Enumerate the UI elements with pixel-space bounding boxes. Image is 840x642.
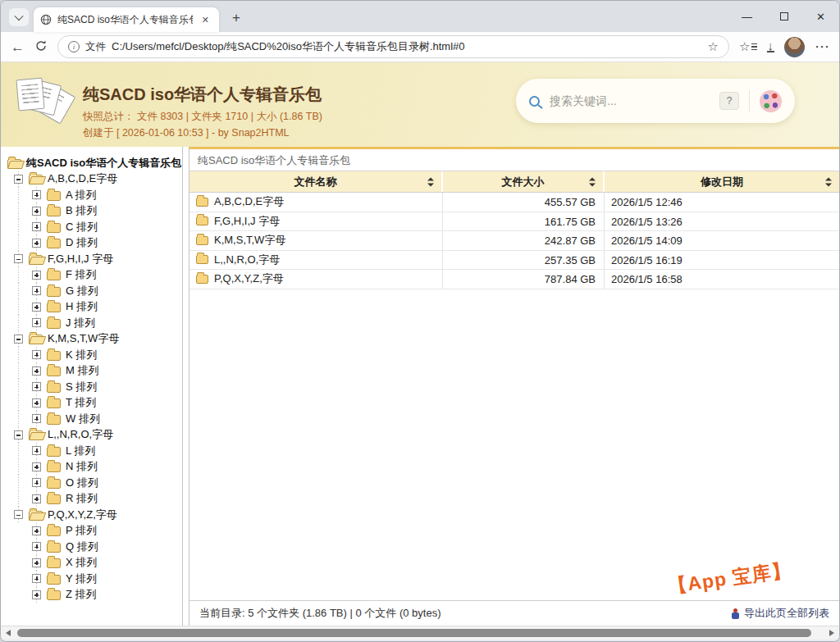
reload-button[interactable]	[34, 39, 48, 55]
tree-item[interactable]: A,B,C,D,E字母	[1, 171, 182, 188]
collapse-icon[interactable]	[14, 254, 23, 263]
theme-palette-icon[interactable]	[760, 90, 782, 112]
expand-icon[interactable]	[32, 542, 41, 551]
tree-root-item[interactable]: 纯SACD iso华语个人专辑音乐包	[1, 155, 182, 171]
file-name-cell[interactable]: P,Q,X,Y,Z,字母	[189, 270, 443, 289]
file-name-cell[interactable]: L,,N,R,O,字母	[189, 251, 443, 270]
table-row[interactable]: A,B,C,D,E字母455.57 GB2026/1/5 12:46	[189, 193, 839, 212]
more-menu-button[interactable]: ⋯	[815, 38, 829, 56]
tree-item[interactable]: Q 排列	[1, 539, 182, 555]
tab-search-button[interactable]	[9, 8, 29, 26]
tree-item[interactable]: A 排列	[1, 187, 182, 203]
expand-icon[interactable]	[32, 207, 41, 216]
expand-icon[interactable]	[32, 590, 41, 599]
profile-avatar[interactable]	[784, 37, 805, 57]
tree-item[interactable]: T 排列	[1, 395, 182, 412]
url-text[interactable]: C:/Users/mefcl/Desktop/纯SACD%20iso华语个人专辑…	[112, 39, 702, 54]
tree-item[interactable]: J 排列	[1, 315, 182, 331]
tree-item[interactable]: D 排列	[1, 235, 182, 252]
tree-item[interactable]: H 排列	[1, 299, 182, 316]
tree-item[interactable]: B 排列	[1, 203, 182, 220]
expand-icon[interactable]	[32, 271, 41, 280]
tree-item[interactable]: P,Q,X,Y,Z,字母	[1, 507, 182, 523]
new-tab-button[interactable]: +	[226, 7, 247, 29]
collapse-icon[interactable]	[14, 175, 23, 184]
file-name-cell[interactable]: A,B,C,D,E字母	[189, 193, 443, 212]
column-header-name[interactable]: 文件名称	[189, 171, 443, 192]
browser-tab[interactable]: 纯SACD iso华语个人专辑音乐包 ✕	[34, 7, 219, 32]
horizontal-scrollbar-thumb[interactable]	[17, 629, 811, 637]
tree-item[interactable]: L 排列	[1, 443, 182, 459]
tree-item[interactable]: X 排列	[1, 555, 182, 571]
tree-item[interactable]: L,,N,R,O,字母	[1, 427, 182, 444]
tree-item[interactable]: F 排列	[1, 267, 182, 284]
search-help-button[interactable]: ?	[719, 92, 739, 110]
search-icon[interactable]	[529, 96, 540, 107]
close-button[interactable]: ✕	[802, 1, 839, 32]
expand-icon[interactable]	[32, 367, 41, 376]
collapse-icon[interactable]	[14, 430, 23, 439]
back-button[interactable]: ←	[11, 40, 25, 54]
minimize-button[interactable]: —	[728, 1, 765, 32]
table-row[interactable]: L,,N,R,O,字母257.35 GB2026/1/5 16:19	[189, 251, 839, 271]
file-name-cell[interactable]: K,M,S,T,W字母	[189, 231, 443, 250]
favorite-star-icon[interactable]: ☆	[708, 39, 719, 54]
browser-window: 纯SACD iso华语个人专辑音乐包 ✕ + — ✕ ← i 文件 C:/Use…	[0, 0, 840, 642]
tree-item[interactable]: R 排列	[1, 491, 182, 508]
tree-item[interactable]: O 排列	[1, 475, 182, 491]
sort-icon[interactable]	[427, 177, 434, 186]
collections-button[interactable]: ☆	[739, 39, 756, 54]
column-header-size[interactable]: 文件大小	[443, 171, 605, 192]
tab-close-icon[interactable]: ✕	[199, 13, 212, 27]
maximize-button[interactable]	[765, 1, 802, 32]
expand-icon[interactable]	[32, 494, 41, 503]
tree-item[interactable]: G 排列	[1, 283, 182, 299]
expand-icon[interactable]	[32, 398, 41, 408]
tree-item[interactable]: Z 排列	[1, 587, 182, 603]
expand-icon[interactable]	[32, 446, 41, 455]
tree-item[interactable]: S 排列	[1, 379, 182, 395]
sort-icon[interactable]	[589, 177, 596, 186]
tree-item[interactable]: W 排列	[1, 411, 182, 427]
tree-item-label: M 排列	[66, 363, 98, 378]
column-header-date[interactable]: 修改日期	[605, 171, 839, 192]
expand-icon[interactable]	[32, 239, 41, 248]
table-row[interactable]: P,Q,X,Y,Z,字母787.84 GB2026/1/5 16:58	[189, 270, 839, 289]
tree-item[interactable]: P 排列	[1, 523, 182, 540]
tree-item[interactable]: N 排列	[1, 459, 182, 476]
expand-icon[interactable]	[32, 286, 41, 295]
expand-icon[interactable]	[32, 318, 41, 327]
tree-item[interactable]: C 排列	[1, 219, 182, 235]
collapse-icon[interactable]	[14, 510, 23, 519]
breadcrumb[interactable]: 纯SACD iso华语个人专辑音乐包	[189, 149, 839, 171]
search-input[interactable]	[550, 94, 719, 107]
table-row[interactable]: F,G,H,I,J 字母161.75 GB2026/1/5 13:26	[189, 212, 839, 232]
expand-icon[interactable]	[32, 414, 41, 423]
sort-icon[interactable]	[825, 177, 832, 186]
site-info-icon[interactable]: i	[68, 41, 80, 52]
expand-icon[interactable]	[32, 350, 41, 359]
address-bar[interactable]: i 文件 C:/Users/mefcl/Desktop/纯SACD%20iso华…	[57, 35, 729, 58]
tree-item[interactable]: F,G,H,I,J 字母	[1, 251, 182, 267]
expand-icon[interactable]	[32, 303, 41, 312]
table-row[interactable]: K,M,S,T,W字母242.87 GB2026/1/5 14:09	[189, 231, 839, 251]
tree-item[interactable]: M 排列	[1, 363, 182, 380]
scroll-left-arrow-icon[interactable]	[6, 630, 11, 636]
expand-icon[interactable]	[32, 558, 41, 567]
expand-icon[interactable]	[32, 574, 41, 583]
expand-icon[interactable]	[32, 478, 41, 487]
tree-item[interactable]: K 排列	[1, 347, 182, 363]
downloads-button[interactable]: ↓	[767, 41, 775, 52]
horizontal-scrollbar[interactable]	[1, 626, 839, 640]
expand-icon[interactable]	[32, 222, 41, 231]
collapse-icon[interactable]	[14, 335, 23, 344]
expand-icon[interactable]	[32, 382, 41, 391]
tree-item[interactable]: Y 排列	[1, 571, 182, 587]
expand-icon[interactable]	[32, 526, 41, 535]
file-name-cell[interactable]: F,G,H,I,J 字母	[189, 212, 443, 231]
expand-icon[interactable]	[32, 462, 41, 471]
scroll-right-arrow-icon[interactable]	[829, 630, 834, 636]
export-list-link[interactable]: 导出此页全部列表	[732, 606, 829, 621]
tree-item[interactable]: K,M,S,T,W字母	[1, 331, 182, 348]
expand-icon[interactable]	[32, 190, 41, 199]
